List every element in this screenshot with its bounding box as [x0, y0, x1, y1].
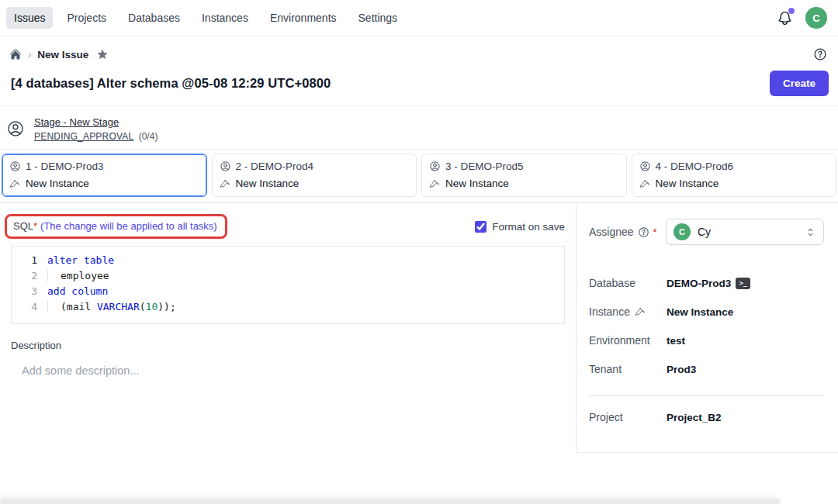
indent-guide: [47, 269, 61, 281]
sql-editor-link-icon[interactable]: >_: [736, 278, 750, 289]
database-value: DEMO-Prod3: [667, 278, 731, 289]
code-token: VARCHAR: [97, 301, 140, 312]
stage-status-row: PENDING_APPROVAL (0/4): [34, 131, 158, 142]
user-circle-icon: [220, 161, 231, 172]
environment-label: Environment: [589, 334, 667, 347]
help-circle-icon[interactable]: [638, 226, 649, 238]
description-label: Description: [11, 340, 565, 351]
project-label: Project: [589, 411, 667, 423]
assignee-avatar: C: [674, 223, 691, 240]
nav-item-issues[interactable]: Issues: [6, 7, 53, 29]
user-circle-icon: [429, 161, 441, 172]
page-title: [4 databases] Alter schema @05-08 12:29 …: [11, 76, 331, 91]
tenant-label: Tenant: [589, 363, 667, 375]
task-title: 2 - DEMO-Prod4: [236, 161, 314, 172]
stage-text: Stage - New Stage PENDING_APPROVAL (0/4): [34, 115, 158, 142]
task-instance: New Instance: [236, 178, 300, 189]
stage-link[interactable]: Stage - New Stage: [34, 116, 119, 128]
assignee-row: Assignee * C Cy: [589, 219, 824, 245]
task-card-1[interactable]: 1 - DEMO-Prod3 New Instance: [2, 154, 207, 197]
task-instance: New Instance: [656, 178, 719, 189]
line-number: 1: [12, 253, 47, 268]
sql-row: SQL * (The change will be applied to all…: [11, 214, 565, 239]
sql-note: (The change will be applied to all tasks…: [40, 220, 217, 232]
breadcrumb-current: New Issue: [37, 49, 88, 60]
format-on-save-checkbox[interactable]: [475, 221, 487, 233]
stage-strip: Stage - New Stage PENDING_APPROVAL (0/4): [0, 105, 838, 149]
notification-bell-icon[interactable]: [777, 10, 793, 26]
mysql-icon: [639, 178, 650, 189]
indent-guide: [47, 300, 61, 312]
task-card-2[interactable]: 2 - DEMO-Prod4 New Instance: [212, 154, 417, 197]
stage-progress: (0/4): [139, 131, 158, 142]
content: SQL * (The change will be applied to all…: [0, 203, 838, 453]
assignee-label-group: Assignee *: [589, 226, 657, 238]
field-environment: Environment test: [589, 333, 824, 348]
tenant-value: Prod3: [667, 364, 696, 375]
code-token: (mail: [61, 301, 97, 312]
task-title: 4 - DEMO-Prod6: [656, 161, 734, 172]
project-value[interactable]: Project_B2: [667, 412, 722, 423]
stage-status-link[interactable]: PENDING_APPROVAL: [34, 131, 133, 142]
code-line-2[interactable]: 2 employee: [12, 268, 564, 284]
main-column: SQL * (The change will be applied to all…: [0, 203, 576, 453]
sql-required-mark: *: [33, 220, 37, 232]
task-card-4[interactable]: 4 - DEMO-Prod6 New Instance: [632, 154, 837, 197]
code-token: add column: [47, 285, 108, 297]
user-circle-icon: [9, 161, 21, 172]
task-card-3[interactable]: 3 - DEMO-Prod5 New Instance: [421, 154, 627, 197]
code-line-3[interactable]: 3 add column: [12, 284, 564, 299]
code-line-4[interactable]: 4 (mail VARCHAR(10));: [12, 299, 564, 315]
sidebar-fields: Database DEMO-Prod3 >_ Instance New Inst…: [589, 275, 824, 377]
instance-label: Instance: [589, 306, 630, 318]
field-database: Database DEMO-Prod3 >_: [589, 275, 824, 291]
mysql-icon: [635, 306, 646, 317]
nav-item-databases[interactable]: Databases: [120, 7, 188, 29]
user-circle-icon: [639, 161, 651, 172]
instance-value: New Instance: [667, 306, 733, 318]
task-tabs: 1 - DEMO-Prod3 New Instance 2 - DEMO-Pro…: [0, 149, 838, 203]
line-number: 3: [12, 284, 47, 299]
description-input[interactable]: Add some description...: [11, 364, 565, 377]
sql-editor[interactable]: 1 alter table 2 employee 3 add column 4 …: [11, 246, 565, 324]
field-tenant: Tenant Prod3: [589, 361, 824, 377]
code-token: employee: [61, 270, 109, 281]
star-icon[interactable]: [96, 48, 109, 60]
chevron-up-down-icon: [805, 226, 816, 238]
chevron-right-icon: ›: [28, 49, 31, 60]
assignee-select[interactable]: C Cy: [666, 219, 824, 245]
user-avatar[interactable]: C: [805, 7, 827, 29]
nav-item-settings[interactable]: Settings: [351, 7, 406, 29]
notification-dot: [788, 8, 795, 14]
title-row: [4 databases] Alter schema @05-08 12:29 …: [0, 66, 838, 105]
breadcrumb: › New Issue: [0, 36, 838, 66]
task-instance: New Instance: [445, 178, 509, 189]
code-token: 10: [146, 301, 158, 312]
bottom-edge-shadow: [0, 494, 781, 504]
nav-item-instances[interactable]: Instances: [194, 7, 256, 29]
line-number: 4: [12, 299, 47, 315]
help-icon[interactable]: [813, 47, 827, 61]
sql-label: SQL: [13, 220, 33, 232]
field-project: Project Project_B2: [589, 409, 824, 425]
sidebar-divider: [589, 395, 824, 396]
home-icon[interactable]: [9, 48, 22, 60]
create-button[interactable]: Create: [770, 71, 829, 96]
mysql-icon: [220, 178, 230, 189]
code-line-1[interactable]: 1 alter table: [12, 253, 564, 268]
code-token: alter table: [47, 254, 114, 266]
mysql-icon: [9, 178, 20, 189]
format-on-save-control[interactable]: Format on save: [475, 221, 565, 233]
environment-value: test: [667, 335, 685, 347]
sql-label-annotation-box: SQL * (The change will be applied to all…: [5, 214, 227, 239]
code-token: (: [140, 301, 146, 312]
field-instance: Instance New Instance: [589, 304, 824, 319]
line-number: 2: [12, 268, 47, 284]
nav-item-environments[interactable]: Environments: [262, 7, 345, 29]
nav-item-projects[interactable]: Projects: [59, 7, 114, 29]
task-title: 1 - DEMO-Prod3: [26, 161, 104, 172]
assignee-value: Cy: [698, 226, 711, 238]
assignee-label: Assignee: [589, 226, 634, 238]
task-instance: New Instance: [26, 178, 89, 189]
user-circle-icon: [6, 119, 25, 138]
